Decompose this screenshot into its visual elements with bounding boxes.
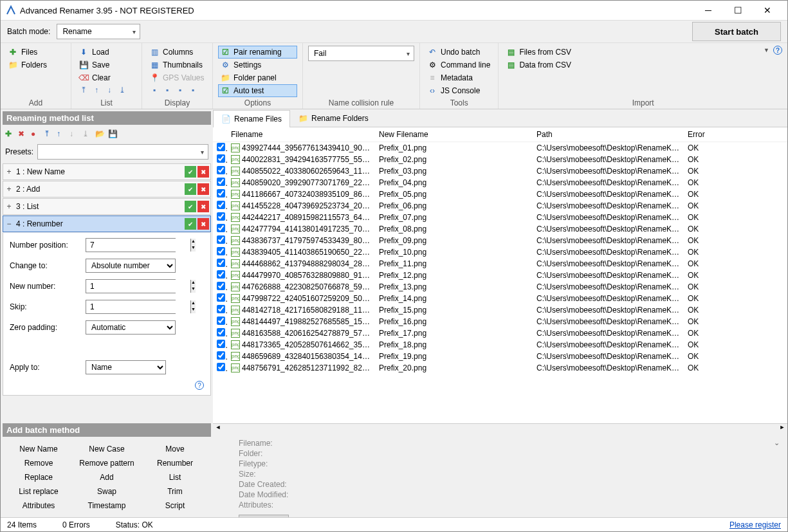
table-row[interactable]: png441455228_404739692523734_2008923...P…: [213, 200, 787, 212]
delete-icon[interactable]: ✖: [197, 218, 209, 230]
start-batch-button[interactable]: Start batch: [692, 22, 781, 41]
row-checkbox[interactable]: [217, 166, 225, 174]
view-icon-1[interactable]: ▪: [150, 86, 159, 95]
row-checkbox[interactable]: [217, 189, 225, 197]
add-method-new-case[interactable]: New Case: [75, 443, 139, 455]
options-auto-test-button[interactable]: ☑Auto test: [218, 84, 297, 97]
presets-combo[interactable]: [37, 144, 208, 160]
list-save-button[interactable]: 💾Save: [77, 59, 136, 71]
table-row[interactable]: png440855022_403380602659643_1120729...P…: [213, 165, 787, 177]
new-number-input[interactable]: ▲▼: [86, 279, 176, 293]
table-row[interactable]: png444479970_408576328809880_9169047...P…: [213, 270, 787, 281]
method-item-1[interactable]: +1 : New Name✔✖: [3, 163, 211, 180]
method-up-icon[interactable]: ↑: [57, 129, 66, 138]
method-open-icon[interactable]: 📂: [95, 129, 104, 138]
check-icon[interactable]: ✔: [185, 218, 196, 230]
options-folder-panel-button[interactable]: 📁Folder panel: [218, 71, 297, 84]
maximize-button[interactable]: ☐: [723, 1, 753, 20]
row-checkbox[interactable]: [217, 270, 225, 279]
row-checkbox[interactable]: [217, 178, 225, 186]
col-error[interactable]: Error: [684, 127, 787, 142]
table-row[interactable]: png443839405_411403865190650_2242416...P…: [213, 246, 787, 258]
row-checkbox[interactable]: [217, 247, 225, 255]
add-method-renumber[interactable]: Renumber: [143, 457, 207, 469]
collapse-icon[interactable]: ⌄: [774, 439, 780, 447]
display-gps-button[interactable]: 📍GPS Values: [147, 71, 207, 84]
table-row[interactable]: png444468862_413794888298034_2860360...P…: [213, 258, 787, 270]
table-row[interactable]: png447626888_422308250766878_5962250...P…: [213, 281, 787, 293]
help-icon[interactable]: ?: [773, 46, 782, 55]
import-files-csv-button[interactable]: ▤Files from CSV: [504, 46, 782, 59]
options-settings-button[interactable]: ⚙Settings: [218, 59, 297, 71]
add-method-remove-pattern[interactable]: Remove pattern: [75, 457, 139, 469]
row-checkbox[interactable]: [217, 282, 225, 290]
table-row[interactable]: png443836737_417975974533439_8053835...P…: [213, 235, 787, 246]
add-method-remove[interactable]: Remove: [6, 457, 71, 469]
add-folders-button[interactable]: 📁Folders: [6, 59, 66, 71]
method-item-2[interactable]: +2 : Add✔✖: [3, 181, 211, 197]
add-method-replace[interactable]: Replace: [6, 472, 71, 483]
file-grid[interactable]: Filename New Filename Path Error png4399…: [213, 127, 787, 423]
add-method-script[interactable]: Script: [143, 500, 207, 511]
tools-metadata-button[interactable]: ≡Metadata: [425, 71, 493, 84]
table-row[interactable]: png447998722_424051607259209_5032786...P…: [213, 293, 787, 304]
check-icon[interactable]: ✔: [185, 166, 196, 178]
row-checkbox[interactable]: [217, 351, 225, 360]
add-method-trim[interactable]: Trim: [143, 486, 207, 497]
row-checkbox[interactable]: [217, 143, 225, 151]
change-to-select[interactable]: Absolute number: [86, 259, 176, 273]
row-checkbox[interactable]: [217, 235, 225, 244]
method-bottom-icon[interactable]: ⤓: [82, 129, 91, 138]
add-method-add[interactable]: Add: [75, 472, 139, 483]
move-down-icon[interactable]: ↓: [105, 86, 114, 95]
delete-icon[interactable]: ✖: [197, 166, 209, 178]
add-method-list-replace[interactable]: List replace: [6, 486, 71, 497]
method-rec-icon[interactable]: ●: [31, 129, 40, 138]
row-checkbox[interactable]: [217, 212, 225, 221]
add-method-list[interactable]: List: [143, 472, 207, 483]
apply-to-select[interactable]: Name: [86, 360, 166, 374]
table-row[interactable]: png448163588_420616254278879_5797681...P…: [213, 327, 787, 339]
method-down-icon[interactable]: ↓: [69, 129, 78, 138]
method-item-3[interactable]: +3 : List✔✖: [3, 198, 211, 215]
row-checkbox[interactable]: [217, 224, 225, 232]
method-item-4[interactable]: −4 : Renumber✔✖: [3, 216, 211, 232]
table-row[interactable]: png439927444_395677613439410_9065853...P…: [213, 142, 787, 154]
table-row[interactable]: png448659689_432840156380354_1484698...P…: [213, 351, 787, 362]
col-filename[interactable]: Filename: [227, 127, 375, 142]
exiftool-button[interactable]: ExifTool...: [239, 515, 289, 517]
help-dropdown-icon[interactable]: ▼: [764, 47, 769, 53]
batch-mode-combo[interactable]: Rename: [57, 24, 140, 39]
row-checkbox[interactable]: [217, 328, 225, 336]
move-bottom-icon[interactable]: ⤓: [118, 86, 127, 95]
method-delete-icon[interactable]: ✖: [18, 129, 27, 138]
skip-input[interactable]: ▲▼: [86, 300, 176, 314]
check-icon[interactable]: ✔: [185, 183, 196, 195]
close-button[interactable]: ✕: [753, 1, 782, 20]
add-method-timestamp[interactable]: Timestamp: [75, 500, 139, 511]
table-row[interactable]: png448144497_419882527685585_1559815...P…: [213, 316, 787, 327]
tab-rename-files[interactable]: 📄Rename Files: [213, 110, 290, 127]
delete-icon[interactable]: ✖: [197, 201, 209, 212]
view-icon-2[interactable]: ▪: [163, 86, 172, 95]
row-checkbox[interactable]: [217, 293, 225, 302]
table-row[interactable]: png441186667_407324038935109_8694371...P…: [213, 188, 787, 200]
method-save-icon[interactable]: 💾: [108, 129, 117, 138]
view-icon-4[interactable]: ▪: [188, 86, 197, 95]
display-columns-button[interactable]: ▥Columns: [147, 46, 207, 59]
table-row[interactable]: png440022831_394294163577755_5546572...P…: [213, 154, 787, 165]
row-checkbox[interactable]: [217, 154, 225, 163]
table-row[interactable]: png448756791_426285123711992_8259887...P…: [213, 362, 787, 374]
collision-rule-combo[interactable]: Fail: [308, 46, 414, 61]
row-checkbox[interactable]: [217, 363, 225, 371]
import-data-csv-button[interactable]: ▤Data from CSV: [504, 59, 782, 71]
method-add-icon[interactable]: ✚: [5, 129, 14, 138]
horizontal-scrollbar[interactable]: ◄►: [213, 423, 787, 434]
method-top-icon[interactable]: ⤒: [44, 129, 53, 138]
tools-undo-button[interactable]: ↶Undo batch: [425, 46, 493, 59]
move-top-icon[interactable]: ⤒: [79, 86, 88, 95]
minimize-button[interactable]: ─: [693, 1, 723, 20]
list-clear-button[interactable]: ⌫Clear: [77, 71, 136, 84]
list-load-button[interactable]: ⬇Load: [77, 46, 136, 59]
options-pair-button[interactable]: ☑Pair renaming: [218, 46, 297, 59]
